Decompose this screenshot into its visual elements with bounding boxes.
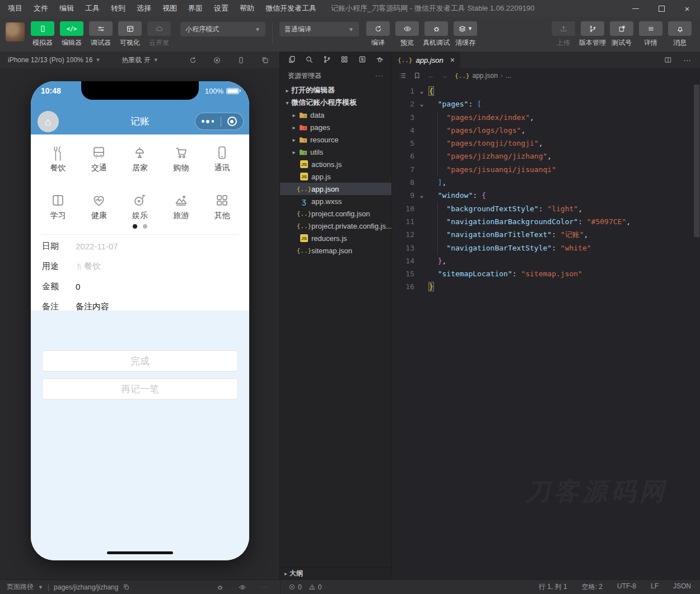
editor-more-icon[interactable]: ··· [683, 55, 691, 64]
problems-errors[interactable]: 0 [288, 583, 302, 591]
close-button[interactable]: × [674, 0, 700, 17]
page-dot-0[interactable] [133, 224, 137, 229]
tree-item-app.wxss[interactable]: ʒapp.wxss [280, 195, 391, 207]
copy-icon[interactable] [123, 583, 130, 591]
category-餐饮[interactable]: 餐饮 [38, 145, 78, 173]
list-icon[interactable] [399, 72, 407, 80]
status-item-1[interactable]: 空格: 2 [582, 582, 603, 592]
tree-item-app.json[interactable]: {..}app.json [280, 183, 391, 195]
explorer-section-1[interactable]: ▾微信记账小程序模板 [280, 96, 391, 109]
explorer-section-0[interactable]: ▸打开的编辑器 [280, 84, 391, 96]
toolbar-button-详情[interactable]: 详情 [637, 21, 664, 48]
bug-icon[interactable] [216, 583, 224, 591]
toolbar-button-上传[interactable]: 上传 [550, 21, 577, 48]
outline-section[interactable]: ▸ 大纲 [280, 567, 391, 579]
toolbar-button-测试号[interactable]: 测试号 [608, 21, 635, 48]
back-arrow-icon[interactable]: ← [428, 72, 435, 80]
tree-item-reducers.js[interactable]: JSreducers.js [280, 232, 391, 244]
compile-select[interactable]: 普通编译 ▼ [279, 22, 359, 36]
category-娱乐[interactable]: 娱乐 [119, 192, 160, 221]
home-indicator[interactable] [107, 551, 173, 554]
category-旅游[interactable]: 旅游 [161, 192, 202, 221]
form-row-金额[interactable]: 金额0 [42, 276, 238, 296]
record-icon[interactable] [213, 56, 221, 64]
menu-item-6[interactable]: 视图 [157, 0, 183, 17]
category-通讯[interactable]: 通讯 [202, 145, 242, 173]
toolbar-button-清缓存[interactable]: ▼清缓存 [452, 21, 479, 48]
menu-item-9[interactable]: 帮助 [234, 0, 260, 17]
tree-item-resource[interactable]: ▸resource [280, 133, 391, 146]
toolbar-button-预览[interactable]: 预览 [394, 21, 421, 48]
scrollbar-thumb[interactable] [694, 85, 699, 237]
menu-item-10[interactable]: 微信开发者工具 [260, 0, 322, 17]
forward-arrow-icon[interactable]: → [441, 72, 448, 80]
hot-reload-toggle[interactable]: 热重载 开 [122, 55, 150, 65]
close-icon[interactable]: × [450, 55, 455, 64]
files-icon[interactable] [287, 55, 296, 64]
tree-item-pages[interactable]: ▸pages [280, 121, 391, 133]
status-item-4[interactable]: JSON [673, 582, 691, 592]
breadcrumb-more[interactable]: ... [506, 72, 511, 80]
tree-item-actions.js[interactable]: JSactions.js [280, 158, 391, 170]
tree-item-app.js[interactable]: JSapp.js [280, 170, 391, 183]
more-actions-icon[interactable]: ··· [375, 72, 384, 80]
form-value[interactable]: 0 [76, 282, 80, 291]
form-value[interactable]: 2022-11-07 [76, 242, 118, 251]
mode-select[interactable]: 小程序模式 ▼ [180, 22, 265, 36]
toolbar-button-编译[interactable]: 编译 [365, 21, 391, 48]
page-dot-1[interactable] [143, 224, 147, 229]
menu-item-2[interactable]: 编辑 [54, 0, 80, 17]
code-editor[interactable]: 刀客源码网 1⌄{2⌄ "pages": [3 "pages/index/ind… [392, 83, 700, 579]
menu-item-7[interactable]: 界面 [183, 0, 208, 17]
form-row-用途[interactable]: 用途餐饮 [42, 256, 238, 276]
category-购物[interactable]: 购物 [161, 145, 202, 173]
device-icon[interactable] [237, 56, 245, 64]
tab-app-json[interactable]: {..} app.json × [392, 52, 460, 68]
tree-item-project.config.json[interactable]: {..}project.config.json [280, 207, 391, 220]
device-select[interactable]: iPhone 12/13 (Pro) 100% 16 [8, 56, 92, 64]
maximize-button[interactable] [648, 0, 674, 17]
form-row-日期[interactable]: 日期2022-11-07 [42, 236, 238, 256]
toolbar-button-可视化[interactable]: 可视化 [116, 21, 143, 48]
problems-warnings[interactable]: 0 [309, 583, 322, 591]
menu-item-5[interactable]: 选择 [131, 0, 157, 17]
capsule-menu[interactable] [195, 113, 244, 130]
category-学习[interactable]: 学习 [38, 192, 78, 221]
fold-chevron-icon[interactable]: ⌄ [414, 98, 429, 110]
form-value[interactable]: 餐饮 [76, 261, 101, 272]
toolbar-button-真机调试[interactable]: 真机调试 [423, 21, 450, 48]
kettle-icon[interactable] [375, 55, 384, 64]
toolbar-button-版本管理[interactable]: 版本管理 [579, 21, 606, 48]
fold-chevron-icon[interactable]: ⌄ [414, 85, 429, 98]
menu-item-3[interactable]: 工具 [80, 0, 105, 17]
menu-item-0[interactable]: 项目 [2, 0, 28, 17]
status-item-3[interactable]: LF [651, 582, 659, 592]
tree-item-utils[interactable]: ▸utils [280, 146, 391, 158]
api-box-icon[interactable] [358, 55, 367, 64]
toolbar-button-消息[interactable]: 消息 [666, 21, 693, 48]
category-健康[interactable]: 健康 [78, 192, 119, 221]
git-branch-icon[interactable] [323, 55, 332, 64]
toolbar-button-编辑器[interactable]: </>编辑器 [58, 21, 85, 48]
menu-item-8[interactable]: 设置 [208, 0, 234, 17]
tree-item-sitemap.json[interactable]: {..}sitemap.json [280, 244, 391, 257]
windows-icon[interactable] [261, 56, 269, 64]
page-path-label[interactable]: 页面路径 [7, 582, 34, 592]
tree-item-data[interactable]: ▸data [280, 109, 391, 121]
category-居家[interactable]: 居家 [119, 145, 160, 173]
status-item-2[interactable]: UTF-8 [617, 582, 636, 592]
menu-item-1[interactable]: 文件 [28, 0, 54, 17]
toolbar-button-云开发[interactable]: 云开发 [146, 21, 172, 48]
finish-button[interactable]: 完成 [42, 350, 238, 372]
tree-item-project.private.config.js...[interactable]: {..}project.private.config.js... [280, 220, 391, 232]
rotate-icon[interactable] [189, 56, 197, 64]
bookmark-icon[interactable] [413, 72, 421, 80]
category-交通[interactable]: 交通 [78, 145, 119, 173]
category-其他[interactable]: 其他 [202, 192, 242, 221]
breadcrumb-file[interactable]: app.json [473, 72, 498, 80]
avatar[interactable] [6, 22, 25, 41]
toolbar-button-模拟器[interactable]: 模拟器 [29, 21, 56, 48]
more-icon[interactable] [261, 583, 269, 591]
extensions-icon[interactable] [340, 55, 349, 64]
minimize-button[interactable] [623, 0, 648, 17]
